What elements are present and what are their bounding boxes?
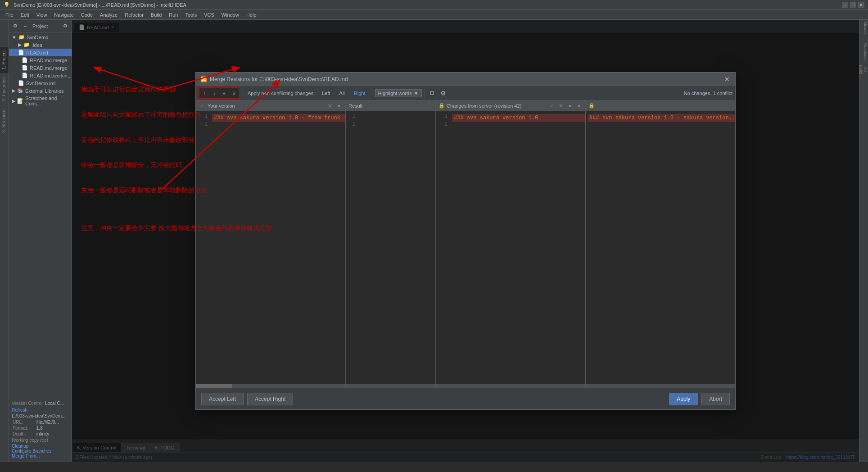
reject-right-btn[interactable]: ✕ bbox=[557, 102, 565, 109]
left-btn[interactable]: Left bbox=[318, 90, 334, 97]
merge-from-link[interactable]: Merge From... bbox=[12, 454, 40, 458]
sidebar-settings-btn[interactable]: ⚙ bbox=[11, 22, 20, 31]
menu-refactor[interactable]: Refactor bbox=[121, 11, 147, 18]
project-tree: ▼ 📁 SvnDemo ▶ 📁 .idea 📄 READ.md 📄 READ.m… bbox=[9, 32, 72, 397]
right-panel-title: Changes from server (revision 42) bbox=[447, 103, 521, 109]
menu-view[interactable]: View bbox=[33, 11, 51, 18]
highlight-label: Highlight words bbox=[378, 91, 412, 96]
menu-help[interactable]: Help bbox=[243, 11, 260, 18]
window-controls[interactable]: ─ □ ✕ bbox=[842, 2, 864, 8]
nav-prev-button[interactable]: « bbox=[219, 88, 229, 98]
strip-tab-favorites[interactable]: 2: Favorites bbox=[0, 74, 9, 104]
content-area: 📄 READ.md ✕ 🔀 Merge Revisions for E:\003… bbox=[72, 20, 859, 462]
reject-left-btn[interactable]: ✕ bbox=[326, 102, 334, 109]
nav-down-button[interactable]: ↓ bbox=[209, 88, 219, 98]
abort-button[interactable]: Abort bbox=[701, 393, 730, 405]
merge-dialog-title: 🔀 Merge Revisions for E:\003-svn-idea\Sv… bbox=[196, 73, 735, 86]
folder-icon2: 📁 bbox=[23, 42, 30, 48]
left-strip: 1: Project 2: Favorites 3: Structure bbox=[0, 20, 9, 462]
tree-item-idea[interactable]: ▶ 📁 .idea bbox=[9, 41, 72, 49]
arrow-right-right[interactable]: » bbox=[575, 102, 583, 109]
nav-next-button[interactable]: » bbox=[229, 88, 239, 98]
highlight-dropdown[interactable]: Highlight words ▼ bbox=[375, 89, 422, 97]
format-value: 1.8 bbox=[36, 425, 69, 431]
chevron-down-icon: ▼ bbox=[414, 91, 419, 96]
sidebar-gear-btn[interactable]: ⚙ bbox=[61, 22, 70, 31]
folder-icon: ▼ bbox=[12, 35, 17, 40]
merge-toolbar: ↑ ↓ « » Apply non-conflicting changes: L… bbox=[196, 86, 735, 100]
footer-right: Apply Abort bbox=[669, 393, 730, 405]
sidebar-collapse-btn[interactable]: − bbox=[21, 22, 30, 31]
far-right-scrollbar[interactable] bbox=[586, 384, 735, 388]
tree-item-readme-merge2[interactable]: 📄 READ.md.merge bbox=[9, 64, 72, 72]
svn-info-table: URL: file:///E:/0... Format: 1.8 Depth: … bbox=[12, 419, 69, 437]
right-line-numbers: 1 2 bbox=[436, 111, 449, 384]
left-panel: ✓ Your version ✕ » 1 2 bbox=[196, 100, 346, 388]
file-icon: 📄 bbox=[18, 50, 24, 55]
nav-up-button[interactable]: ↑ bbox=[199, 88, 209, 98]
tree-item-scratches[interactable]: ▶ 📝 Scratches and Cons... bbox=[9, 95, 72, 107]
folder-icon: ▶ bbox=[12, 88, 15, 94]
menu-file[interactable]: File bbox=[2, 11, 17, 18]
maximize-button[interactable]: □ bbox=[850, 2, 856, 8]
lock-icon: 🔒 bbox=[439, 103, 445, 109]
separator2 bbox=[372, 89, 372, 98]
strip-tab-structure[interactable]: 3: Structure bbox=[0, 106, 9, 136]
menu-build[interactable]: Build bbox=[147, 11, 165, 18]
arrow-left-right[interactable]: « bbox=[566, 102, 574, 109]
accept-left-button[interactable]: Accept Left bbox=[201, 393, 244, 405]
svg-line-0 bbox=[95, 68, 162, 90]
refresh-link[interactable]: Refresh bbox=[12, 408, 27, 413]
menu-vcs[interactable]: VCS bbox=[200, 11, 218, 18]
menu-run[interactable]: Run bbox=[165, 11, 181, 18]
lib-icon: 📚 bbox=[17, 88, 23, 94]
close-button[interactable]: ✕ bbox=[858, 2, 864, 8]
format-label: Format: bbox=[12, 425, 36, 431]
menu-tools[interactable]: Tools bbox=[181, 11, 200, 18]
minimize-button[interactable]: ─ bbox=[842, 2, 848, 8]
columns-icon-btn[interactable]: ⊞ bbox=[428, 89, 437, 98]
left-code: ### svn sakura version 1.0 - from trunk bbox=[212, 113, 345, 122]
tree-item-svndemo[interactable]: ▼ 📁 SvnDemo bbox=[9, 33, 72, 41]
menu-analyze[interactable]: Analyze bbox=[96, 11, 121, 18]
tree-item-readme-merge1[interactable]: 📄 READ.md.merge bbox=[9, 56, 72, 64]
middle-scrollbar[interactable] bbox=[346, 384, 435, 388]
accept-right-check[interactable]: ✓ bbox=[548, 102, 556, 109]
configure-branches-link[interactable]: Configure Branches bbox=[12, 449, 51, 454]
apply-button[interactable]: Apply bbox=[669, 393, 698, 405]
tree-item-external-libs[interactable]: ▶ 📚 External Libraries bbox=[9, 87, 72, 95]
right-scrollbar[interactable] bbox=[436, 384, 585, 388]
art-build-btn[interactable]: Art Build bbox=[860, 65, 868, 72]
cleanup-link[interactable]: Cleanup bbox=[12, 444, 28, 449]
scratch-icon: 📝 bbox=[17, 98, 23, 104]
maven-btn[interactable]: Maven bbox=[860, 22, 868, 29]
menu-navigate[interactable]: Navigate bbox=[50, 11, 77, 18]
database-btn[interactable]: Database bbox=[860, 43, 868, 50]
tree-label: READ.md.merge bbox=[30, 65, 67, 71]
left-panel-title: Your version bbox=[208, 103, 235, 109]
tree-label: READ.md.workin... bbox=[30, 73, 72, 78]
menu-code[interactable]: Code bbox=[77, 11, 96, 18]
merge-close-button[interactable]: ✕ bbox=[723, 76, 731, 83]
arrow-right-left[interactable]: » bbox=[335, 102, 343, 109]
all-btn[interactable]: All bbox=[336, 90, 348, 97]
tree-item-svndemo-iml[interactable]: 📄 SvnDemo.iml bbox=[9, 79, 72, 87]
accept-right-button[interactable]: Accept Right bbox=[247, 393, 293, 405]
strip-tab-project[interactable]: 1: Project bbox=[0, 47, 9, 73]
menu-edit[interactable]: Edit bbox=[17, 11, 33, 18]
middle-code bbox=[358, 113, 435, 114]
tree-label: READ.md.merge bbox=[30, 58, 67, 63]
accept-left-check[interactable]: ✓ bbox=[199, 102, 206, 109]
tree-item-readme-working[interactable]: 📄 READ.md.workin... bbox=[9, 72, 72, 79]
far-right-code: ### svn sakura version 1.0 - sakura_vers… bbox=[588, 113, 735, 122]
vc-value: Local C... bbox=[45, 401, 64, 406]
settings-gear-icon[interactable]: ⚙ bbox=[439, 88, 448, 98]
tree-item-readme[interactable]: 📄 READ.md bbox=[9, 49, 72, 56]
menu-window[interactable]: Window bbox=[218, 11, 243, 18]
separator bbox=[243, 89, 243, 98]
vc-label: Version Control: bbox=[12, 401, 44, 406]
right-btn[interactable]: Right bbox=[350, 90, 369, 97]
url-label: URL: bbox=[12, 419, 36, 425]
left-scrollbar[interactable] bbox=[196, 384, 345, 388]
merge-footer: Accept Left Accept Right Apply Abort bbox=[196, 388, 735, 409]
